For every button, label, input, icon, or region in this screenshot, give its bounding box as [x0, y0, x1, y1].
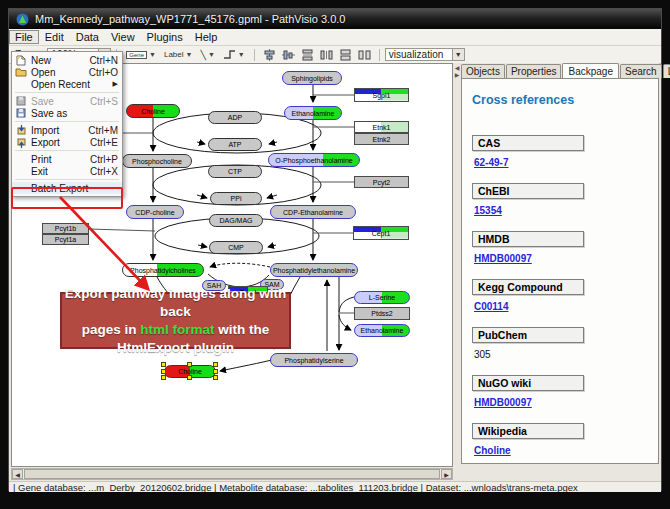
menu-separator	[15, 121, 119, 122]
distribute-rows-icon[interactable]	[300, 48, 315, 61]
menubar-item-help[interactable]: Help	[189, 30, 224, 44]
pathway-node-cept1[interactable]: Cept1	[353, 226, 409, 240]
pathway-node-etnk1[interactable]: Etnk1	[354, 121, 409, 133]
selection-handle[interactable]	[213, 375, 218, 380]
splitter-collapse-right-icon[interactable]: ▶	[455, 72, 460, 79]
xref-link-c00114[interactable]: C00114	[474, 301, 508, 312]
pathway-node-cdp-ethanolamine[interactable]: CDP-Ethanolamine	[270, 205, 356, 219]
splitter-collapse-left-icon[interactable]: ◀	[455, 65, 460, 72]
pathway-node-sgpl1[interactable]: Sgpl1	[354, 88, 409, 102]
pathway-node-sphingolipids[interactable]: Sphingolipids	[282, 71, 342, 85]
file-menu-item-open[interactable]: OpenCtrl+O	[12, 66, 122, 78]
menu-bar: FileEditDataViewPluginsHelp	[9, 29, 661, 46]
new-gene-node-button[interactable]: Gene ▼	[124, 50, 158, 60]
xref-link-hmdb00097[interactable]: HMDB00097	[474, 253, 532, 264]
pathway-node-pcyt2[interactable]: Pcyt2	[354, 176, 409, 188]
chevron-down-icon[interactable]: ▼	[208, 51, 215, 58]
menu-separator	[15, 150, 119, 151]
selection-handle[interactable]	[161, 369, 166, 374]
xref-link-62-49-7[interactable]: 62-49-7	[474, 157, 508, 168]
pathway-node-ctp[interactable]: CTP	[208, 165, 262, 178]
pathway-node-l-serine[interactable]: L-Serine	[354, 291, 410, 304]
pathway-node-ethanolamine-2[interactable]: Ethanolamine	[354, 324, 410, 337]
export-icon	[14, 137, 28, 148]
selection-handle[interactable]	[187, 375, 192, 380]
pathway-node-phosphocholine[interactable]: Phosphocholine	[122, 154, 192, 168]
chevron-down-icon[interactable]: ▼	[238, 51, 245, 58]
match-width-icon[interactable]	[338, 48, 353, 61]
file-menu-item-import[interactable]: ImportCtrl+M	[12, 124, 122, 136]
xref-section-kegg-compound: Kegg CompoundC00114	[472, 279, 648, 312]
menubar-item-edit[interactable]: Edit	[39, 30, 70, 44]
chevron-down-icon[interactable]: ▼	[149, 51, 156, 58]
menu-item-shortcut: Ctrl+O	[89, 67, 118, 78]
new-line-button[interactable]: ╲ ▼	[198, 49, 216, 61]
file-menu-item-new[interactable]: NewCtrl+N	[12, 54, 122, 66]
menubar-item-plugins[interactable]: Plugins	[141, 30, 189, 44]
pathway-node-pcyt1b[interactable]: Pcyt1b	[42, 223, 89, 234]
pathway-node-phosphatidylethanolamine[interactable]: Phosphatidylethanolamine	[270, 263, 358, 277]
node-label: Choline	[141, 108, 165, 115]
node-label: Pcyt1a	[55, 236, 76, 243]
submenu-arrow-icon: ▶	[113, 80, 118, 88]
distribute-columns-icon[interactable]	[319, 48, 334, 61]
file-menu-item-export[interactable]: ExportCtrl+E	[12, 136, 122, 148]
scroll-right-icon[interactable]: ▶	[441, 469, 452, 479]
xref-section-header: Wikipedia	[472, 423, 584, 439]
node-label: Cept1	[372, 230, 391, 237]
sidebar-tab-objects[interactable]: Objects	[461, 64, 505, 78]
pathway-node-ptdss2[interactable]: Ptdss2	[354, 307, 410, 320]
visualization-combobox[interactable]: visualization ▼	[385, 48, 465, 61]
pathway-node-adp[interactable]: ADP	[208, 111, 262, 124]
sidebar-tab-backpage[interactable]: Backpage	[562, 63, 618, 79]
pathway-node-pcyt1a[interactable]: Pcyt1a	[42, 234, 89, 245]
scrollbar-thumb[interactable]	[24, 469, 440, 479]
visualization-dropdown-icon[interactable]: ▼	[452, 49, 464, 60]
file-menu-item-exit[interactable]: ExitCtrl+X	[12, 165, 122, 177]
match-height-icon[interactable]	[357, 48, 372, 61]
menubar-item-data[interactable]: Data	[70, 30, 105, 44]
selection-handle[interactable]	[213, 369, 218, 374]
menubar-item-view[interactable]: View	[105, 30, 141, 44]
pathway-node-phosphatidylcholines[interactable]: Phosphatidylcholines	[122, 263, 204, 277]
chevron-down-icon[interactable]: ▼	[186, 51, 193, 58]
sidebar-tab-properties[interactable]: Properties	[506, 64, 562, 78]
file-menu-item-save[interactable]: SaveCtrl+S	[12, 95, 122, 107]
xref-section-header: NuGO wiki	[472, 375, 584, 391]
new-connector-button[interactable]: ▼	[221, 48, 247, 61]
pathway-node-ppi[interactable]: PPi	[210, 192, 262, 205]
scroll-left-icon[interactable]: ◀	[12, 469, 23, 479]
pathway-node-choline[interactable]: Choline	[126, 104, 180, 118]
menu-item-label: Export	[31, 137, 84, 148]
menu-item-label: Open Recent	[31, 79, 107, 90]
xref-link-15354[interactable]: 15354	[474, 205, 502, 216]
open-folder-icon	[14, 67, 28, 78]
sidebar-tab-legend[interactable]: Legend	[663, 64, 670, 78]
xref-link-hmdb00097[interactable]: HMDB00097	[474, 397, 532, 408]
pathway-node-atp[interactable]: ATP	[208, 138, 262, 151]
menu-item-shortcut: Ctrl+E	[90, 137, 118, 148]
canvas-horizontal-scrollbar[interactable]: ◀ ▶	[11, 468, 453, 480]
pathway-node-o-phosphoethanolamine[interactable]: O-Phosphoethanolamine	[268, 153, 360, 167]
selection-handle[interactable]	[161, 362, 166, 367]
pathway-node-ethanolamine[interactable]: Ethanolamine	[284, 106, 342, 120]
align-center-y-icon[interactable]	[281, 48, 296, 61]
file-menu-item-open-recent[interactable]: Open Recent▶	[12, 78, 122, 90]
xref-link-choline[interactable]: Choline	[474, 445, 511, 456]
pathway-node-cmp[interactable]: CMP	[209, 241, 263, 254]
align-center-x-icon[interactable]	[262, 48, 277, 61]
pathway-node-etnk2[interactable]: Etnk2	[354, 133, 409, 145]
pathway-node-dag-mag[interactable]: DAG/MAG	[209, 214, 263, 227]
file-menu-item-print[interactable]: PrintCtrl+P	[12, 153, 122, 165]
file-menu-item-save-as[interactable]: Save as	[12, 107, 122, 119]
menubar-item-file[interactable]: File	[9, 30, 39, 44]
pathway-node-cdp-choline[interactable]: CDP-choline	[126, 205, 184, 219]
selection-handle[interactable]	[161, 375, 166, 380]
node-label: O-Phosphoethanolamine	[275, 157, 352, 164]
sidebar-tab-search[interactable]: Search	[620, 64, 662, 78]
selection-handle[interactable]	[187, 362, 192, 367]
batch-export-highlight-rect	[11, 187, 123, 209]
panel-splitter[interactable]: ◀ ▶	[453, 63, 461, 467]
new-label-button[interactable]: Label ▼	[162, 49, 195, 60]
selection-handle[interactable]	[213, 362, 218, 367]
